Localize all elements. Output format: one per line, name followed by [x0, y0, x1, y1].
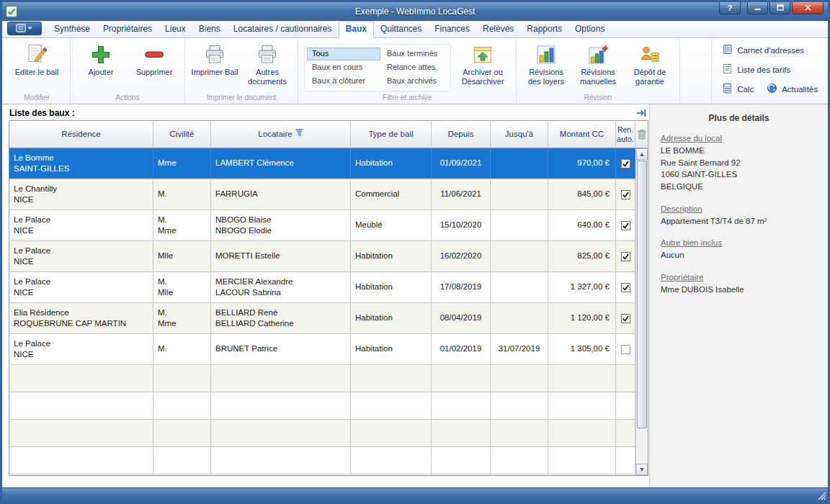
- scroll-thumb[interactable]: [637, 161, 647, 428]
- column-header-depuis[interactable]: Depuis: [432, 121, 491, 148]
- ribbon-quick-links: Carnet d'adresses Liste des tarifs Calc …: [711, 39, 826, 104]
- delete-button[interactable]: Supprimer: [128, 40, 181, 78]
- table-row[interactable]: Le BommeSAINT-GILLESMmeLAMBERT ClémenceH…: [9, 148, 635, 179]
- tab-finances[interactable]: Finances: [428, 21, 476, 37]
- cell-ren-auto: [616, 334, 635, 364]
- column-header-montant-cc[interactable]: Montant CC: [548, 121, 616, 148]
- cell-empty: [211, 420, 351, 446]
- filter-baux-archives[interactable]: Baux archivés: [382, 75, 448, 88]
- tab-locataires-cautionnaires[interactable]: Locataires / cautionnaires: [227, 21, 339, 37]
- revisions-manuelles-button[interactable]: Révisions manuelles: [572, 40, 624, 88]
- cell-empty: [432, 420, 491, 446]
- carnet-adresses-link[interactable]: Carnet d'adresses: [722, 44, 818, 56]
- renew-auto-checkbox[interactable]: [621, 345, 630, 354]
- tab-lieux[interactable]: Lieux: [159, 21, 192, 37]
- cell-empty: [616, 447, 635, 474]
- table-row[interactable]: Le PalaceNICEMlleMORETTI EstelleHabitati…: [9, 241, 635, 272]
- print-bail-button[interactable]: Imprimer Bail: [189, 40, 241, 78]
- liste-tarifs-label: Liste des tarifs: [737, 66, 790, 74]
- column-header-civilite[interactable]: Civilité: [153, 121, 211, 148]
- table-row-empty[interactable]: [9, 365, 635, 392]
- tab-quittances[interactable]: Quittances: [374, 21, 428, 37]
- filter-tous[interactable]: Tous: [307, 48, 380, 60]
- table-row[interactable]: Le PalaceNICEM.MmeNBOGO BlaiseNBOGO Elod…: [9, 210, 635, 241]
- tab-baux[interactable]: Baux: [339, 21, 374, 38]
- filter-relance-attes[interactable]: Relance attes.: [382, 61, 448, 74]
- tab-biens[interactable]: Biens: [192, 21, 227, 37]
- archive-button[interactable]: Archiver ou Désarchiver: [453, 40, 512, 88]
- tab-options[interactable]: Options: [568, 21, 611, 37]
- vertical-scrollbar[interactable]: [635, 148, 648, 475]
- cell-empty: [9, 392, 153, 419]
- minus-icon: [143, 43, 165, 66]
- depot-garantie-button[interactable]: Dépôt de garantie: [624, 40, 676, 88]
- maximize-icon: [777, 4, 784, 12]
- tab-releves[interactable]: Relèves: [476, 21, 520, 37]
- scroll-track[interactable]: [636, 429, 648, 464]
- column-header-locataire[interactable]: Locataire: [211, 121, 351, 148]
- renew-auto-checkbox[interactable]: [621, 221, 630, 230]
- renew-auto-checkbox[interactable]: [621, 190, 630, 199]
- cell-empty: [548, 420, 616, 446]
- help-button[interactable]: ?: [719, 2, 741, 14]
- cell-empty: [616, 420, 635, 446]
- filter-baux-a-cloturer[interactable]: Baux à clôturer: [307, 75, 380, 88]
- scroll-down-button[interactable]: [636, 464, 648, 475]
- app-menu-button[interactable]: [7, 22, 42, 35]
- edit-bail-button[interactable]: Editer le bail: [7, 40, 66, 78]
- trash-icon[interactable]: [635, 121, 648, 148]
- liste-tarifs-link[interactable]: Liste des tarifs: [722, 63, 818, 76]
- column-header-jusqu-a[interactable]: Jusqu'à: [491, 121, 548, 148]
- tab-rapports[interactable]: Rapports: [520, 21, 568, 37]
- group-label-actions: Actions: [71, 93, 184, 104]
- maximize-button[interactable]: [769, 2, 790, 14]
- filter-funnel-icon[interactable]: [295, 129, 303, 139]
- column-header-type-de-bail[interactable]: Type de bail: [351, 121, 432, 148]
- cell-empty: [153, 447, 211, 474]
- table-row-empty[interactable]: [9, 392, 635, 420]
- table-row[interactable]: Le PalaceNICEM.BRUNET PatriceHabitation0…: [9, 334, 635, 365]
- cell-depuis: 01/09/2021: [432, 148, 491, 179]
- details-title: Plus de détails: [661, 113, 817, 123]
- renew-auto-checkbox[interactable]: [621, 252, 630, 261]
- calc-link[interactable]: Calc: [722, 83, 754, 95]
- autres-documents-button[interactable]: Autres documents: [241, 40, 294, 88]
- revisions-loyers-button[interactable]: Révisions des loyers: [520, 40, 572, 88]
- column-header-label: Résidence: [61, 130, 100, 139]
- column-header-residence[interactable]: Résidence: [9, 121, 153, 148]
- table-row[interactable]: Le ChantillyNICEM.FARRUGIACommercial11/0…: [9, 179, 635, 210]
- add-button[interactable]: Ajouter: [74, 40, 128, 78]
- archive-label: Archiver ou Désarchiver: [455, 68, 511, 86]
- column-header-label: Locataire: [258, 130, 292, 139]
- titlebar[interactable]: Exemple - WebImmo LocaGest ?: [2, 2, 828, 21]
- table-row[interactable]: Elia RésidenceROQUEBRUNE CAP MARTINM.Mme…: [9, 303, 635, 334]
- table-row-empty[interactable]: [9, 420, 635, 447]
- app-logo-icon: [6, 6, 17, 17]
- cell-civilite: M.Mlle: [153, 272, 211, 302]
- baux-table: RésidenceCivilitéLocataireType de bailDe…: [9, 120, 648, 476]
- cell-empty: [432, 447, 491, 474]
- resize-grip[interactable]: [816, 490, 826, 500]
- actualites-link[interactable]: Actualités: [767, 83, 818, 95]
- cell-civilite: M.: [153, 334, 211, 364]
- tab-synthese[interactable]: Synthèse: [48, 21, 97, 37]
- filter-baux-en-cours[interactable]: Baux en cours: [307, 61, 380, 74]
- renew-auto-checkbox[interactable]: [621, 159, 630, 168]
- minimize-button[interactable]: [747, 2, 768, 14]
- table-row-empty[interactable]: [9, 474, 635, 475]
- close-button[interactable]: [792, 2, 824, 14]
- cell-type-de-bail: Commercial: [351, 179, 432, 210]
- group-label-revision: Révision: [517, 93, 679, 104]
- filter-baux-termines[interactable]: Baux terminés: [382, 48, 448, 60]
- tab-proprietaires[interactable]: Propriétaires: [97, 21, 159, 37]
- table-row[interactable]: Le PalaceNICEM.MlleMERCIER AlexandreLACO…: [9, 272, 635, 303]
- scroll-up-button[interactable]: [636, 148, 648, 160]
- table-row-empty[interactable]: [9, 447, 635, 474]
- group-label-filtre: Filtre et archive: [298, 93, 516, 104]
- renew-auto-checkbox[interactable]: [621, 283, 630, 292]
- delete-label: Supprimer: [136, 68, 173, 77]
- details-section-adresse-du-local: Adresse du localLE BOMMERue Saint Bernar…: [661, 134, 817, 193]
- export-arrow-icon[interactable]: [636, 109, 646, 117]
- renew-auto-checkbox[interactable]: [621, 314, 630, 323]
- column-header-ren-auto[interactable]: Ren. auto.: [616, 121, 635, 148]
